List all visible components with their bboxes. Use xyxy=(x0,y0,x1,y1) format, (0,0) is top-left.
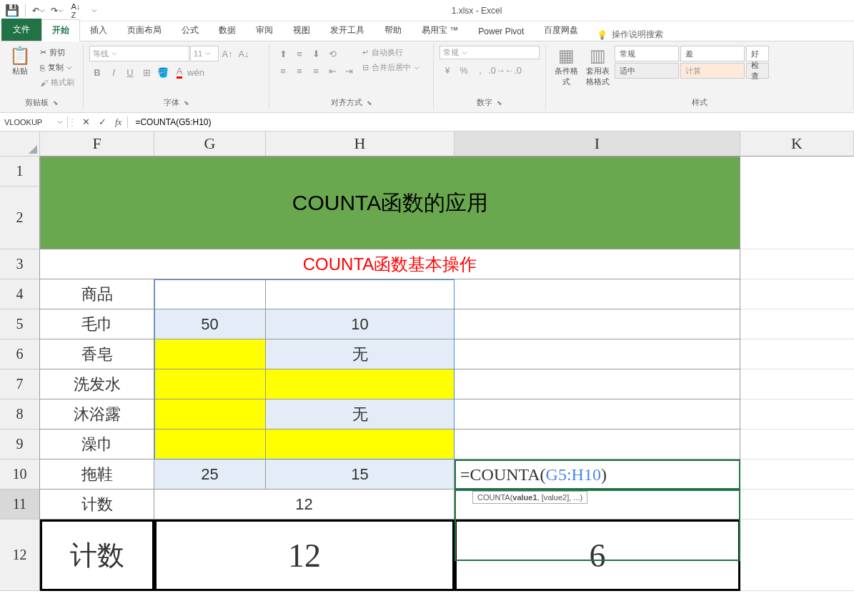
cut-button[interactable]: ✂剪切 xyxy=(37,46,77,59)
font-size-combo[interactable]: 11 xyxy=(190,46,219,61)
tab-developer[interactable]: 发开工具 xyxy=(320,20,374,41)
dialog-launcher[interactable]: ⬊ xyxy=(184,99,189,106)
cell-F10[interactable]: 拖鞋 xyxy=(40,459,154,490)
undo-button[interactable]: ↶ xyxy=(30,2,47,19)
cell-F5[interactable]: 毛巾 xyxy=(40,309,154,339)
tab-yiyongbao[interactable]: 易用宝 ™ xyxy=(412,20,468,41)
cell-K11[interactable] xyxy=(740,490,854,520)
tab-insert[interactable]: 插入 xyxy=(80,20,117,41)
font-name-combo[interactable]: 等线 xyxy=(89,46,189,61)
cell-G8[interactable] xyxy=(154,399,266,429)
cell-H4[interactable] xyxy=(266,279,455,309)
decrease-font-button[interactable]: A↓ xyxy=(236,46,252,61)
style-moderate[interactable]: 适中 xyxy=(615,63,679,79)
tell-me-search[interactable]: 💡 操作说明搜索 xyxy=(588,29,672,41)
dialog-launcher[interactable]: ⬊ xyxy=(53,99,59,106)
cell-F12[interactable]: 计数 xyxy=(40,520,154,591)
cell-K10[interactable] xyxy=(740,459,854,490)
row-header-4[interactable]: 4 xyxy=(0,279,40,309)
cell-GH12-merged[interactable]: 12 xyxy=(154,520,455,591)
style-good[interactable]: 好 xyxy=(746,46,769,61)
tab-baidu[interactable]: 百度网盘 xyxy=(534,20,588,41)
currency-button[interactable]: ¥ xyxy=(440,62,455,78)
dialog-launcher[interactable]: ⬊ xyxy=(497,99,502,106)
formula-input[interactable] xyxy=(128,116,854,129)
align-right-button[interactable]: ≡ xyxy=(308,63,324,79)
col-header-K[interactable]: K xyxy=(740,131,854,157)
cell-I7[interactable] xyxy=(455,369,740,399)
row-header-9[interactable]: 9 xyxy=(0,429,40,459)
col-header-G[interactable]: G xyxy=(154,131,266,157)
cell-G6[interactable] xyxy=(154,339,266,369)
italic-button[interactable]: I xyxy=(106,64,121,80)
cell-K7[interactable] xyxy=(740,369,854,399)
align-bottom-button[interactable]: ⬇ xyxy=(308,46,324,61)
style-check[interactable]: 检查 xyxy=(746,63,769,79)
enter-button[interactable]: ✓ xyxy=(99,116,106,127)
row-header-5[interactable]: 5 xyxy=(0,309,40,339)
tab-help[interactable]: 帮助 xyxy=(374,20,412,41)
tab-home[interactable]: 开始 xyxy=(41,19,80,41)
decrease-indent-button[interactable]: ⇤ xyxy=(324,63,340,79)
cell-H9[interactable] xyxy=(266,429,455,459)
cell-K8[interactable] xyxy=(740,399,854,429)
decrease-decimal-button[interactable]: ←.0 xyxy=(505,62,521,78)
align-left-button[interactable]: ≡ xyxy=(275,63,291,79)
cell-F8[interactable]: 沐浴露 xyxy=(40,399,154,429)
tab-file[interactable]: 文件 xyxy=(1,19,41,41)
cell-H8[interactable]: 无 xyxy=(266,399,455,429)
merge-center-button[interactable]: ⊟合并后居中 xyxy=(359,61,422,74)
cell-H6[interactable]: 无 xyxy=(266,339,455,369)
cell-H5[interactable]: 10 xyxy=(266,309,455,339)
name-box[interactable]: VLOOKUP xyxy=(0,116,68,128)
cell-I5[interactable] xyxy=(455,309,740,339)
copy-button[interactable]: ⎘复制 xyxy=(37,61,77,74)
cell-F7[interactable]: 洗发水 xyxy=(40,369,154,399)
dialog-launcher[interactable]: ⬊ xyxy=(367,99,372,106)
cell-K5[interactable] xyxy=(740,309,854,339)
percent-button[interactable]: % xyxy=(456,62,472,78)
cell-G4[interactable] xyxy=(154,279,266,309)
cell-I9[interactable] xyxy=(455,429,740,459)
cell-I6[interactable] xyxy=(455,339,740,369)
cell-F6[interactable]: 香皂 xyxy=(40,339,154,369)
cell-F4[interactable]: 商品 xyxy=(40,279,154,309)
increase-indent-button[interactable]: ⇥ xyxy=(341,63,357,79)
align-middle-button[interactable]: ≡ xyxy=(292,46,307,61)
cell-GH11-merged[interactable]: 12 xyxy=(154,490,455,520)
paste-button[interactable]: 📋 粘贴 xyxy=(6,46,34,76)
qat-customize[interactable] xyxy=(86,2,103,19)
row-header-12[interactable]: 12 xyxy=(0,520,40,591)
cell-G7[interactable] xyxy=(154,369,266,399)
border-button[interactable]: ⊞ xyxy=(139,64,154,80)
phonetic-button[interactable]: wén xyxy=(188,64,204,80)
cell-G10[interactable]: 25 xyxy=(154,459,266,490)
tab-review[interactable]: 审阅 xyxy=(246,20,283,41)
cell-K9[interactable] xyxy=(740,429,854,459)
fill-color-button[interactable]: 🪣 xyxy=(155,64,171,80)
orientation-button[interactable]: ⟲ xyxy=(324,46,340,61)
row-header-7[interactable]: 7 xyxy=(0,369,40,399)
cell-G9[interactable] xyxy=(154,429,266,459)
cell-K6[interactable] xyxy=(740,339,854,369)
style-normal[interactable]: 常规 xyxy=(615,46,679,61)
cell-K4[interactable] xyxy=(740,279,854,309)
tab-formulas[interactable]: 公式 xyxy=(172,20,209,41)
cell-H7[interactable] xyxy=(266,369,455,399)
format-painter-button[interactable]: 🖌格式刷 xyxy=(37,76,77,89)
increase-decimal-button[interactable]: .0→ xyxy=(489,62,505,78)
font-color-button[interactable]: A xyxy=(172,64,187,80)
col-header-I[interactable]: I xyxy=(455,131,740,157)
row-header-8[interactable]: 8 xyxy=(0,399,40,429)
cell-K1[interactable] xyxy=(740,157,854,249)
col-header-H[interactable]: H xyxy=(266,131,455,157)
tab-data[interactable]: 数据 xyxy=(209,20,246,41)
underline-button[interactable]: U xyxy=(122,64,138,80)
number-format-combo[interactable]: 常规 xyxy=(440,46,540,59)
select-all-corner[interactable] xyxy=(0,131,40,157)
cancel-button[interactable]: ✕ xyxy=(82,116,90,127)
row-header-11[interactable]: 11 xyxy=(0,490,40,520)
style-bad[interactable]: 差 xyxy=(680,46,745,61)
row-header-10[interactable]: 10 xyxy=(0,459,40,490)
cell-title-merged[interactable]: COUNTA函数的应用 xyxy=(40,157,740,249)
